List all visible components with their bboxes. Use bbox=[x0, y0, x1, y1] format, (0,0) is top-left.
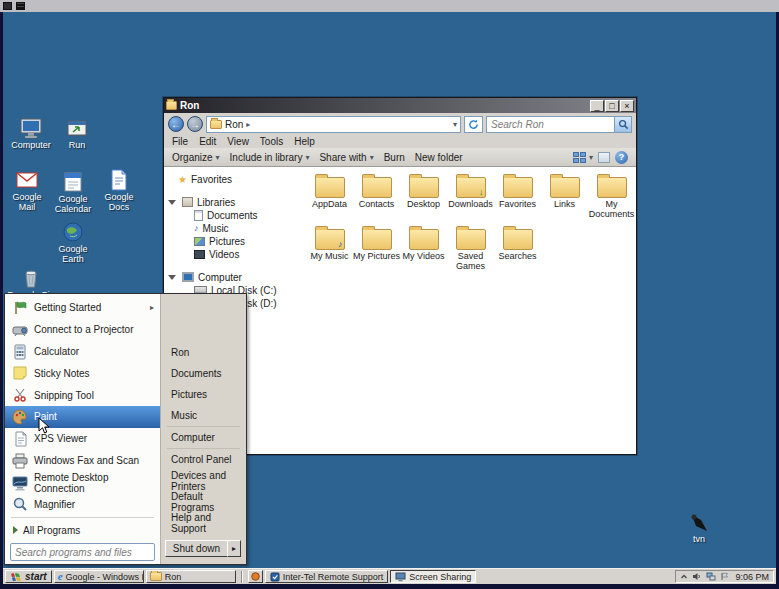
startmenu-item-snipping-tool[interactable]: Snipping Tool bbox=[5, 384, 160, 406]
support-band-icon[interactable] bbox=[248, 570, 263, 583]
hidden-icons-chevron-icon[interactable] bbox=[680, 573, 688, 581]
breadcrumb-location[interactable]: Ron bbox=[225, 119, 243, 130]
expander-icon[interactable] bbox=[168, 275, 176, 280]
folder-item[interactable]: My Documents bbox=[588, 173, 635, 225]
startmenu-right-music[interactable]: Music bbox=[161, 405, 246, 426]
explorer-search-input[interactable] bbox=[487, 119, 614, 130]
volume-icon[interactable] bbox=[692, 572, 702, 581]
action-center-flag-icon[interactable] bbox=[720, 572, 729, 581]
desktop-icon-run[interactable]: Run bbox=[53, 116, 101, 151]
folder-icon bbox=[456, 229, 486, 250]
maximize-button[interactable]: □ bbox=[605, 100, 619, 112]
desktop-icon-google-mail[interactable]: Google Mail bbox=[3, 168, 51, 213]
preview-pane-button[interactable] bbox=[598, 152, 610, 163]
menu-tools[interactable]: Tools bbox=[260, 136, 283, 147]
taskbar-task-ie[interactable]: e Google - Windows Intern... bbox=[54, 570, 144, 583]
menu-help[interactable]: Help bbox=[294, 136, 315, 147]
startmenu-right-ron[interactable]: Ron bbox=[161, 342, 246, 363]
taskbar-button-screen-sharing[interactable]: Screen Sharing bbox=[390, 570, 476, 583]
help-button[interactable]: ? bbox=[615, 151, 628, 164]
nav-favorites[interactable]: ★ Favorites bbox=[164, 173, 300, 185]
network-icon[interactable] bbox=[706, 572, 716, 581]
viewer-menu-icon[interactable] bbox=[16, 2, 25, 10]
startmenu-item-paint[interactable]: Paint bbox=[5, 406, 160, 428]
folder-item[interactable]: My Videos bbox=[400, 225, 447, 277]
all-programs-button[interactable]: All Programs bbox=[5, 520, 160, 540]
nav-pictures[interactable]: Pictures bbox=[164, 235, 300, 247]
desktop-icon-google-earth[interactable]: Google Earth bbox=[49, 220, 97, 265]
folder-item[interactable]: ↓Downloads bbox=[447, 173, 494, 225]
startmenu-right-control-panel[interactable]: Control Panel bbox=[161, 449, 246, 470]
startmenu-item-calculator[interactable]: Calculator bbox=[5, 341, 160, 363]
startmenu-right-pictures[interactable]: Pictures bbox=[161, 384, 246, 405]
desktop-icon-google-docs[interactable]: Google Docs bbox=[95, 168, 143, 213]
folder-item[interactable]: My Pictures bbox=[353, 225, 400, 277]
startmenu-item-getting-started[interactable]: Getting Started ▸ bbox=[5, 297, 160, 319]
explorer-titlebar[interactable]: Ron _ □ × bbox=[164, 98, 636, 113]
shut-down-button[interactable]: Shut down bbox=[165, 540, 228, 557]
change-view-button[interactable]: ▾ bbox=[573, 152, 593, 163]
startmenu-item-magnifier[interactable]: Magnifier bbox=[5, 494, 160, 516]
folder-label: My Music bbox=[306, 252, 353, 262]
folder-item[interactable]: Desktop bbox=[400, 173, 447, 225]
address-breadcrumb[interactable]: Ron ▸ ▾ bbox=[206, 116, 461, 133]
folder-item[interactable]: AppData bbox=[306, 173, 353, 225]
nav-music[interactable]: ♪ Music bbox=[164, 222, 300, 234]
shut-down-options-button[interactable]: ▸ bbox=[227, 540, 241, 557]
nav-videos[interactable]: Videos bbox=[164, 248, 300, 260]
viewer-window-icon[interactable] bbox=[3, 2, 12, 10]
back-button[interactable]: ← bbox=[168, 116, 184, 132]
organize-button[interactable]: Organize▾ bbox=[172, 152, 220, 163]
address-dropdown-icon[interactable]: ▾ bbox=[453, 120, 457, 129]
close-button[interactable]: × bbox=[620, 100, 634, 112]
startmenu-item-connect-to-a-projector[interactable]: Connect to a Projector bbox=[5, 319, 160, 341]
start-button[interactable]: start bbox=[5, 570, 52, 583]
new-folder-button[interactable]: New folder bbox=[415, 152, 463, 163]
taskbar-task-ron[interactable]: Ron bbox=[146, 570, 236, 583]
desktop-icon-label: Computer bbox=[7, 141, 55, 151]
folder-label: Searches bbox=[494, 252, 541, 262]
startmenu-item-sticky-notes[interactable]: Sticky Notes bbox=[5, 362, 160, 384]
start-search-box[interactable] bbox=[10, 543, 155, 561]
startmenu-right-default-programs[interactable]: Default Programs bbox=[161, 491, 246, 512]
minimize-button[interactable]: _ bbox=[590, 100, 604, 112]
desktop-icon-computer[interactable]: Computer bbox=[7, 116, 55, 151]
startmenu-right-devices-and-printers[interactable]: Devices and Printers bbox=[161, 470, 246, 491]
burn-button[interactable]: Burn bbox=[384, 152, 405, 163]
desktop-icon-google-calendar[interactable]: Google Calendar bbox=[49, 170, 97, 215]
folder-item[interactable]: Saved Games bbox=[447, 225, 494, 277]
search-icon[interactable] bbox=[614, 117, 631, 132]
nav-libraries[interactable]: Libraries bbox=[164, 196, 300, 208]
share-with-button[interactable]: Share with▾ bbox=[319, 152, 373, 163]
folder-item[interactable]: ♪My Music bbox=[306, 225, 353, 277]
nav-documents[interactable]: Documents bbox=[164, 209, 300, 221]
folder-item[interactable]: Contacts bbox=[353, 173, 400, 225]
startmenu-right-documents[interactable]: Documents bbox=[161, 363, 246, 384]
taskbar-clock[interactable]: 9:06 PM bbox=[733, 572, 769, 582]
start-search-input[interactable] bbox=[11, 547, 154, 558]
expander-icon[interactable] bbox=[168, 200, 176, 205]
forward-button[interactable]: → bbox=[187, 116, 203, 132]
desktop-icon-tvn[interactable]: tvn bbox=[675, 510, 723, 545]
startmenu-item-windows-fax-and-scan[interactable]: Windows Fax and Scan bbox=[5, 450, 160, 472]
breadcrumb-chevron-icon[interactable]: ▸ bbox=[246, 120, 250, 129]
startmenu-item-remote-desktop-connection[interactable]: Remote Desktop Connection bbox=[5, 472, 160, 494]
folder-content-pane[interactable]: AppData Contacts Desktop ↓Downloads Favo… bbox=[300, 167, 636, 454]
desktop[interactable]: Computer Run Google Mail Google Calendar… bbox=[3, 12, 776, 568]
folder-item[interactable]: Searches bbox=[494, 225, 541, 277]
include-in-library-button[interactable]: Include in library▾ bbox=[230, 152, 310, 163]
startmenu-right-computer[interactable]: Computer bbox=[161, 427, 246, 448]
folder-item[interactable]: Favorites bbox=[494, 173, 541, 225]
folder-item[interactable]: Links bbox=[541, 173, 588, 225]
startmenu-item-xps-viewer[interactable]: XPS Viewer bbox=[5, 428, 160, 450]
explorer-search-box[interactable] bbox=[486, 116, 632, 133]
menu-file[interactable]: File bbox=[172, 136, 188, 147]
startmenu-right-help-and-support[interactable]: Help and Support bbox=[161, 512, 246, 533]
nav-computer[interactable]: Computer bbox=[164, 271, 300, 283]
menu-edit[interactable]: Edit bbox=[199, 136, 216, 147]
menu-view[interactable]: View bbox=[227, 136, 249, 147]
window-title: Ron bbox=[180, 100, 589, 111]
refresh-button[interactable] bbox=[464, 116, 483, 133]
taskbar-button-inter-tel[interactable]: Inter-Tel Remote Support bbox=[265, 570, 389, 583]
run-icon bbox=[65, 116, 89, 140]
